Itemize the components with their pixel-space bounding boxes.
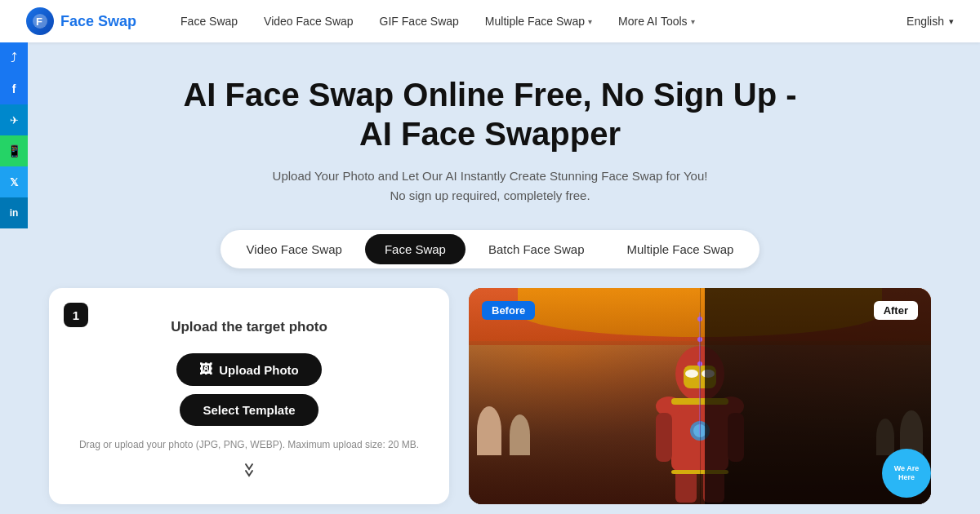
scroll-down-indicator	[69, 460, 430, 480]
facebook-button[interactable]: f	[0, 73, 28, 104]
nav-video-face-swap[interactable]: Video Face Swap	[252, 10, 364, 33]
main-content: AI Face Swap Online Free, No Sign Up -AI…	[0, 42, 980, 504]
nav-multiple-face-swap[interactable]: Multiple Face Swap ▾	[474, 10, 604, 33]
social-sidebar: ⤴ f ✈ 📱 𝕏 in	[0, 42, 28, 228]
upload-photo-button[interactable]: 🖼 Upload Photo	[176, 353, 322, 386]
svg-rect-7	[656, 413, 672, 462]
hero-title: AI Face Swap Online Free, No Sign Up -AI…	[183, 75, 796, 153]
tab-batch-face-swap[interactable]: Batch Face Swap	[469, 234, 604, 264]
step-badge: 1	[64, 303, 88, 327]
chevron-down-icon: ▾	[949, 16, 954, 27]
upload-title: Upload the target photo	[69, 312, 430, 335]
tab-face-swap[interactable]: Face Swap	[365, 234, 466, 264]
select-template-button[interactable]: Select Template	[180, 394, 318, 426]
logo-text: Face Swap	[60, 13, 136, 30]
preview-image: Before After We Are Here	[469, 288, 931, 504]
before-label: Before	[482, 301, 535, 320]
logo[interactable]: F Face Swap	[26, 7, 136, 35]
watermark-badge: We Are Here	[882, 449, 931, 498]
whatsapp-button[interactable]: 📱	[0, 135, 28, 166]
chevron-down-icon: ▾	[588, 17, 592, 26]
svg-text:F: F	[36, 16, 42, 28]
svg-rect-13	[675, 470, 697, 503]
linkedin-button[interactable]: in	[0, 197, 28, 228]
nav-gif-face-swap[interactable]: GIF Face Swap	[368, 10, 470, 33]
tab-bar: Video Face Swap Face Swap Batch Face Swa…	[220, 230, 760, 268]
twitter-button[interactable]: 𝕏	[0, 166, 28, 197]
preview-panel: Before After We Are Here	[469, 288, 931, 504]
navbar: F Face Swap Face Swap Video Face Swap GI…	[0, 0, 980, 42]
upload-panel: 1 Upload the target photo 🖼 Upload Photo…	[49, 288, 449, 504]
nav-links: Face Swap Video Face Swap GIF Face Swap …	[169, 10, 906, 33]
nav-face-swap[interactable]: Face Swap	[169, 10, 249, 33]
language-label: English	[906, 15, 944, 28]
logo-icon: F	[26, 7, 54, 35]
telegram-button[interactable]: ✈	[0, 104, 28, 135]
tab-video-face-swap[interactable]: Video Face Swap	[227, 234, 362, 264]
hero-subtitle: Upload Your Photo and Let Our AI Instant…	[273, 166, 708, 206]
language-selector[interactable]: English ▾	[906, 15, 954, 28]
share-button[interactable]: ⤴	[0, 42, 28, 73]
upload-hint: Drag or upload your photo (JPG, PNG, WEB…	[69, 439, 430, 450]
upload-buttons: 🖼 Upload Photo Select Template	[69, 353, 430, 426]
chevron-down-icon: ▾	[691, 17, 695, 26]
nav-more-ai-tools[interactable]: More AI Tools ▾	[607, 10, 706, 33]
svg-point-11	[685, 370, 698, 378]
tool-area: 1 Upload the target photo 🖼 Upload Photo…	[49, 288, 931, 504]
upload-photo-icon: 🖼	[199, 362, 212, 377]
tab-multiple-face-swap[interactable]: Multiple Face Swap	[608, 234, 754, 264]
after-label: After	[874, 301, 918, 320]
